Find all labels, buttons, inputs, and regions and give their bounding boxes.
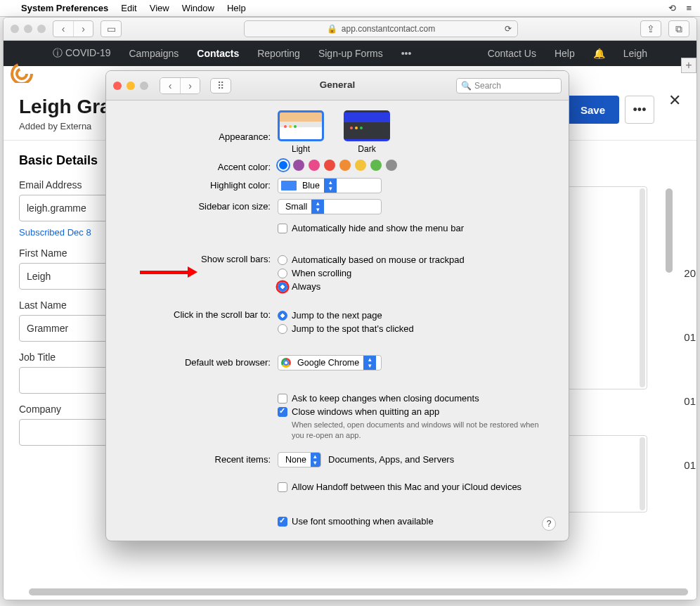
scrollbars-always-radio[interactable] [278, 282, 287, 292]
safari-tabs-button[interactable]: ⧉ [668, 20, 689, 37]
safari-traffic-lights[interactable] [11, 25, 46, 33]
nav-bell-icon[interactable]: 🔔 [593, 48, 605, 59]
svg-point-0 [12, 64, 32, 84]
content-scrollbar[interactable] [666, 188, 673, 273]
accent-color-picker [278, 160, 553, 171]
chevron-updown-icon: ▴▾ [311, 200, 324, 214]
pref-traffic-lights[interactable] [113, 82, 148, 90]
bg-text: 01 [684, 395, 696, 407]
pref-titlebar: ‹› ⠿ General 🔍 Search [106, 71, 569, 101]
browser-select[interactable]: Google Chrome ▴▾ [278, 355, 382, 370]
url-text: app.constantcontact.com [342, 24, 435, 34]
search-icon: 🔍 [461, 81, 472, 91]
chrome-icon [281, 358, 291, 368]
nav-contact-us[interactable]: Contact Us [488, 48, 536, 59]
safari-back-forward[interactable]: ‹› [53, 20, 93, 37]
app-name[interactable]: System Preferences [21, 3, 108, 13]
accent-dot[interactable] [324, 160, 335, 171]
menu-view[interactable]: View [150, 3, 169, 13]
browser-label: Default web browser: [122, 355, 278, 368]
accent-label: Accent color: [122, 160, 278, 172]
appearance-label: Appearance: [122, 110, 278, 142]
nav-help[interactable]: Help [555, 48, 575, 59]
time-machine-icon[interactable]: ⟲ [668, 3, 676, 13]
safari-url-field[interactable]: 🔒 app.constantcontact.com ⟳ [244, 20, 518, 37]
scrollbars-label: Show scroll bars: [122, 252, 278, 264]
autohide-label: Automatically hide and show the menu bar [292, 223, 464, 233]
close-windows-checkbox[interactable] [278, 407, 287, 417]
scrollbars-when-radio[interactable] [278, 269, 287, 278]
nav-covid[interactable]: ⓘ COVID-19 [53, 47, 110, 60]
accent-dot[interactable] [355, 160, 366, 171]
safari-sidebar-button[interactable]: ▭ [101, 20, 122, 37]
click-spot-radio[interactable] [278, 324, 287, 334]
recent-label: Recent items: [122, 452, 278, 465]
accent-dot[interactable] [370, 160, 382, 171]
bg-text: 20 [684, 267, 696, 279]
pref-back-forward[interactable]: ‹› [160, 77, 200, 94]
show-all-icon[interactable]: ⠿ [210, 78, 231, 94]
bg-text: 01 [684, 331, 696, 343]
scrollbars-auto-radio[interactable] [278, 255, 287, 265]
appearance-light[interactable]: Light [278, 110, 324, 154]
recent-select[interactable]: None ▴▾ [278, 452, 321, 468]
chevron-updown-icon: ▴▾ [324, 179, 337, 193]
notification-center-icon[interactable]: ≡ [686, 3, 692, 13]
safari-toolbar: ‹› ▭ 🔒 app.constantcontact.com ⟳ ⇪ ⧉ [4, 18, 696, 41]
nav-user[interactable]: Leigh [623, 48, 647, 59]
handoff-checkbox[interactable] [278, 482, 287, 492]
autohide-checkbox[interactable] [278, 224, 287, 233]
ask-keep-checkbox[interactable] [278, 394, 287, 404]
chevron-updown-icon: ▴▾ [363, 356, 376, 370]
nav-contacts[interactable]: Contacts [197, 48, 239, 59]
close-icon[interactable]: ✕ [668, 91, 681, 124]
window-scrollbar[interactable] [29, 588, 688, 595]
bg-text: 01 [684, 459, 696, 471]
sidebar-size-label: Sidebar icon size: [122, 199, 278, 212]
nav-reporting[interactable]: Reporting [257, 48, 300, 59]
cc-top-nav: ⓘ COVID-19 Campaigns Contacts Reporting … [4, 41, 696, 66]
highlight-select[interactable]: Blue ▴▾ [278, 178, 382, 193]
reload-icon[interactable]: ⟳ [505, 24, 512, 34]
click-scroll-label: Click in the scroll bar to: [122, 307, 278, 320]
accent-dot[interactable] [293, 160, 304, 171]
accent-dot[interactable] [339, 160, 351, 171]
accent-dot[interactable] [278, 160, 289, 171]
safari-share-button[interactable]: ⇪ [640, 20, 661, 37]
menu-window[interactable]: Window [182, 3, 214, 13]
system-preferences-window: ‹› ⠿ General 🔍 Search Appearance: Light … [105, 70, 569, 541]
chevron-updown-icon: ▴▾ [311, 453, 320, 467]
pref-search-field[interactable]: 🔍 Search [456, 78, 562, 94]
menu-help[interactable]: Help [227, 3, 246, 13]
recent-suffix: Documents, Apps, and Servers [328, 454, 454, 465]
close-windows-note: When selected, open documents and window… [278, 420, 553, 441]
click-next-radio[interactable] [278, 311, 287, 321]
sidebar-size-select[interactable]: Small ▴▾ [278, 199, 382, 214]
color-swatch-icon [281, 181, 297, 191]
more-actions-button[interactable]: ••• [625, 96, 654, 124]
nav-more[interactable]: ••• [401, 48, 412, 59]
appearance-dark[interactable]: Dark [344, 110, 390, 154]
highlight-label: Highlight color: [122, 178, 278, 191]
lock-icon: 🔒 [327, 24, 337, 34]
nav-campaigns[interactable]: Campaigns [129, 48, 179, 59]
font-smoothing-checkbox[interactable] [278, 517, 287, 527]
save-button[interactable]: Save [566, 96, 619, 124]
mac-menubar: System Preferences Edit View Window Help… [0, 0, 700, 17]
accent-dot[interactable] [386, 160, 397, 171]
nav-signup-forms[interactable]: Sign-up Forms [318, 48, 383, 59]
svg-point-1 [17, 69, 27, 79]
safari-new-tab[interactable]: + [681, 58, 696, 73]
accent-dot[interactable] [309, 160, 320, 171]
menu-edit[interactable]: Edit [121, 3, 136, 13]
help-button[interactable]: ? [542, 517, 556, 531]
